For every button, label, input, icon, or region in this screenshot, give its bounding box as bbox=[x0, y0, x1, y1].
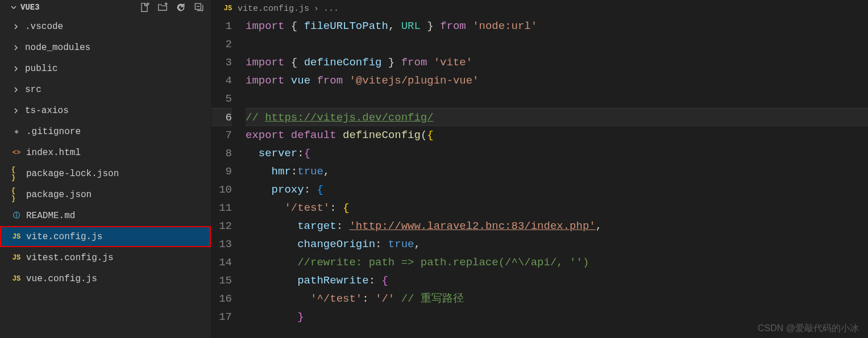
tree-item-label: vitest.config.js bbox=[26, 253, 114, 263]
tree-item-label: package-lock.json bbox=[26, 169, 119, 179]
tree-item-label: public bbox=[25, 64, 58, 74]
breadcrumb[interactable]: JS vite.config.js › ... bbox=[211, 0, 868, 17]
tree-item--vscode[interactable]: .vscode bbox=[0, 16, 211, 37]
tree-item-label: node_modules bbox=[25, 43, 90, 53]
tree-item-label: .vscode bbox=[25, 22, 63, 32]
explorer-sidebar: VUE3 .vscodenode_modulespublicsrcts-axio… bbox=[0, 0, 211, 338]
breadcrumb-sep: › bbox=[314, 4, 319, 14]
code-editor[interactable]: 1234567891011121314151617 import { fileU… bbox=[211, 17, 868, 338]
code-lines: import { fileURLToPath, URL } from 'node… bbox=[246, 17, 868, 338]
new-folder-icon[interactable] bbox=[157, 2, 168, 12]
editor-area: JS vite.config.js › ... 1234567891011121… bbox=[211, 0, 868, 338]
tree-item-vue-config-js[interactable]: JSvue.config.js bbox=[0, 268, 211, 289]
tree-item-label: .gitignore bbox=[26, 127, 81, 137]
tree-item-label: index.html bbox=[26, 148, 81, 158]
tree-item-public[interactable]: public bbox=[0, 58, 211, 79]
breadcrumb-file: vite.config.js bbox=[238, 4, 309, 14]
tree-item-ts-axios[interactable]: ts-axios bbox=[0, 100, 211, 121]
tree-item-index-html[interactable]: <>index.html bbox=[0, 142, 211, 163]
tree-item--gitignore[interactable]: ◆.gitignore bbox=[0, 121, 211, 142]
breadcrumb-more: ... bbox=[323, 4, 339, 14]
refresh-icon[interactable] bbox=[176, 2, 186, 12]
tree-item-label: package.json bbox=[26, 190, 92, 200]
tree-item-node_modules[interactable]: node_modules bbox=[0, 37, 211, 58]
tree-item-label: ts-axios bbox=[25, 106, 69, 116]
tree-item-label: vite.config.js bbox=[26, 232, 102, 242]
chevron-down-icon bbox=[9, 3, 18, 12]
tree-item-package-lock-json[interactable]: { }package-lock.json bbox=[0, 163, 211, 184]
line-gutter: 1234567891011121314151617 bbox=[211, 17, 246, 338]
tree-item-vite-config-js[interactable]: JSvite.config.js bbox=[0, 226, 211, 247]
watermark: CSDN @爱敲代码的小冰 bbox=[758, 323, 859, 335]
js-icon: JS bbox=[223, 3, 233, 14]
collapse-all-icon[interactable] bbox=[194, 2, 204, 12]
tree-item-label: src bbox=[25, 85, 41, 95]
explorer-actions bbox=[139, 2, 204, 12]
new-file-icon[interactable] bbox=[139, 2, 149, 12]
tree-item-label: vue.config.js bbox=[26, 274, 97, 284]
tree-item-README-md[interactable]: ⓘREADME.md bbox=[0, 205, 211, 226]
tree-item-label: README.md bbox=[26, 211, 75, 221]
tree-item-src[interactable]: src bbox=[0, 79, 211, 100]
tree-item-package-json[interactable]: { }package.json bbox=[0, 184, 211, 205]
explorer-header: VUE3 bbox=[0, 0, 211, 16]
tree-item-vitest-config-js[interactable]: JSvitest.config.js bbox=[0, 247, 211, 268]
project-title: VUE3 bbox=[20, 3, 40, 12]
file-tree: .vscodenode_modulespublicsrcts-axios◆.gi… bbox=[0, 16, 211, 338]
